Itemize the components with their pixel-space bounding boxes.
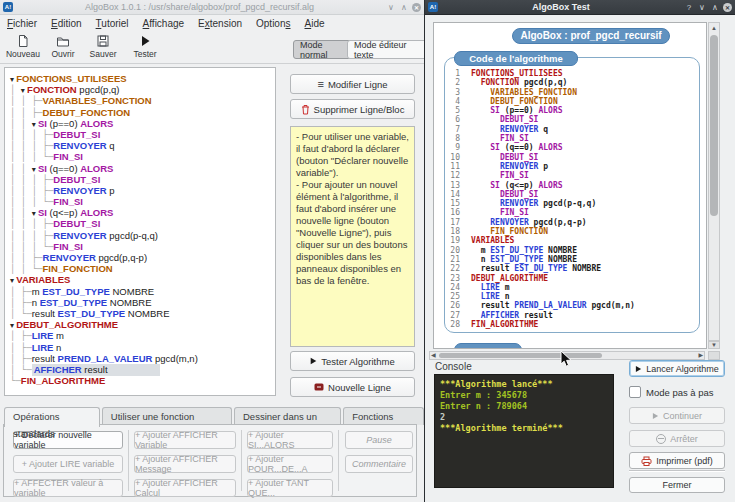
tree-row[interactable]: │ ├─LIRE m xyxy=(10,330,275,341)
run-algorithm-button[interactable]: Lancer Algorithme xyxy=(629,360,725,377)
play-icon xyxy=(653,413,658,419)
code-line: 3 VARIABLES_FONCTION xyxy=(440,88,635,97)
toolbar-open-button[interactable]: Ouvrir xyxy=(44,34,82,59)
algorithm-tree[interactable]: ▾ FONCTIONS_UTILISEES│ ▾ FONCTION pgcd(p… xyxy=(4,67,276,396)
tree-row[interactable]: │ │ ├─VARIABLES_FONCTION xyxy=(10,95,275,106)
test-algorithm-button[interactable]: Tester Algorithme xyxy=(290,351,415,371)
main-titlebar[interactable]: A! AlgoBox 1.0.1 : /usr/share/algobox/pr… xyxy=(0,0,424,15)
pause-button[interactable]: Pause xyxy=(345,431,413,449)
tree-row[interactable]: │ │ │ ├─RENVOYER p xyxy=(10,185,275,196)
code-line: 12 FIN_SI xyxy=(440,171,635,180)
delete-line-button[interactable]: Supprimer Ligne/Bloc xyxy=(290,99,415,119)
tree-row[interactable]: │ └─AFFICHER result xyxy=(10,364,275,375)
tree-row[interactable]: │ │ ▾ SI (q<=p) ALORS xyxy=(10,207,275,218)
add-afficher-variable-button[interactable]: + Ajouter AFFICHER Variable xyxy=(134,431,236,449)
tree-row[interactable]: │ │ │ ├─DEBUT_SI xyxy=(10,218,275,229)
algobox-app-icon: A! xyxy=(428,2,438,12)
add-tant-que-button[interactable]: + Ajouter TANT QUE... xyxy=(247,479,333,497)
tree-row[interactable]: │ └─result EST_DU_TYPE NOMBRE xyxy=(10,308,275,319)
tree-row[interactable]: │ ├─n EST_DU_TYPE NOMBRE xyxy=(10,297,275,308)
vertical-scrollbar[interactable]: ▲ xyxy=(708,22,720,341)
new-line-button[interactable]: Nouvelle Ligne xyxy=(290,377,415,397)
menu-item-options[interactable]: Options xyxy=(256,18,290,29)
menu-item-affichage[interactable]: Affichage xyxy=(143,18,185,29)
close-dialog-button[interactable]: Fermer xyxy=(629,477,725,493)
continue-button[interactable]: Continuer xyxy=(629,407,725,424)
maximize-icon[interactable]: ∧ xyxy=(399,3,409,12)
tree-row[interactable]: │ │ ▾ SI (q==0) ALORS xyxy=(10,163,275,174)
code-line: 24 LIRE m xyxy=(440,283,635,292)
trash-icon xyxy=(301,104,310,115)
algobox-main-window: A! AlgoBox 1.0.1 : /usr/share/algobox/pr… xyxy=(0,0,425,502)
commentaire-button[interactable]: Commentaire xyxy=(345,455,413,473)
modify-line-button[interactable]: ≡ Modifier Ligne xyxy=(290,74,415,94)
tab-fonction-numerique[interactable]: Utiliser une fonction numérique xyxy=(102,407,232,425)
algobox-app-icon: A! xyxy=(3,2,13,12)
tree-row[interactable]: │ ├─LIRE n xyxy=(10,342,275,353)
add-afficher-message-button[interactable]: + Ajouter AFFICHER Message xyxy=(134,455,236,473)
scroll-right-icon[interactable]: ▶ xyxy=(698,352,703,359)
tree-row[interactable]: │ │ │ ├─DEBUT_SI xyxy=(10,174,275,185)
code-line: 26 result PREND_LA_VALEUR pgcd(m,n) xyxy=(440,301,635,310)
tree-row[interactable]: │ │ ▾ SI (p==0) ALORS xyxy=(10,118,275,129)
horizontal-scrollbar-thumb[interactable] xyxy=(439,353,602,358)
add-pour-de-a-button[interactable]: + Ajouter POUR...DE...A xyxy=(247,455,333,473)
minimize-icon[interactable]: ∨ xyxy=(386,3,396,12)
tree-row[interactable]: ▾ FONCTIONS_UTILISEES xyxy=(10,73,275,84)
menu-item-edition[interactable]: Edition xyxy=(51,18,82,29)
toolbar-save-button[interactable]: Sauver xyxy=(84,34,122,59)
menu-item-extension[interactable]: Extension xyxy=(198,18,242,29)
affecter-valeur-button[interactable]: + AFFECTER valeur à variable xyxy=(13,479,123,497)
code-line: 6 DEBUT_SI xyxy=(440,115,635,124)
menu-item-fichier[interactable]: Fichier xyxy=(7,18,37,29)
tree-row[interactable]: │ │ ├─DEBUT_FONCTION xyxy=(10,107,275,118)
mode-editor-label: Mode éditeur texte xyxy=(354,40,421,60)
tree-row[interactable]: └─FIN_ALGORITHME xyxy=(10,375,275,386)
add-afficher-calcul-button[interactable]: + Ajouter AFFICHER Calcul xyxy=(134,479,236,497)
toolbar-save-label: Sauver xyxy=(90,49,117,59)
tree-row[interactable]: │ │ ├─RENVOYER pgcd(p,q-p) xyxy=(10,252,275,263)
scroll-left-icon[interactable]: ◀ xyxy=(431,352,436,359)
test-scroll-view[interactable]: AlgoBox : prof_pgcd_recursif Code de l'a… xyxy=(433,22,707,349)
tree-row[interactable]: │ │ │ └─FIN_SI xyxy=(10,241,275,252)
add-si-alors-button[interactable]: + Ajouter SI...ALORS xyxy=(247,431,333,449)
tree-row[interactable]: │ │ │ ├─RENVOYER q xyxy=(10,140,275,151)
tree-row[interactable]: │ │ │ ├─DEBUT_SI xyxy=(10,129,275,140)
scroll-down-button[interactable]: ▼ xyxy=(708,341,720,349)
tree-row[interactable]: │ │ │ ├─RENVOYER pgcd(p-q,q) xyxy=(10,230,275,241)
stop-button[interactable]: Arrêter xyxy=(629,430,725,447)
tab-fonctions-locales[interactable]: Fonctions locales xyxy=(343,407,424,425)
menu-item-tutoriel[interactable]: Tutoriel xyxy=(96,18,129,29)
tree-row[interactable]: │ │ │ └─FIN_SI xyxy=(10,151,275,162)
tab-dessiner-repere[interactable]: Dessiner dans un repère xyxy=(234,407,341,425)
tab-operations-standards[interactable]: Opérations standards xyxy=(4,407,100,427)
vertical-scrollbar-thumb[interactable] xyxy=(710,35,718,216)
maximize-icon[interactable]: ∧ xyxy=(710,3,720,12)
tree-row[interactable]: │ │ └─FIN_FONCTION xyxy=(10,263,275,274)
mode-editor-button[interactable]: Mode éditeur texte xyxy=(347,40,428,59)
close-icon[interactable]: ✕ xyxy=(723,3,732,12)
tree-row[interactable]: ▾ VARIABLES xyxy=(10,274,275,285)
menu-item-aide[interactable]: Aide xyxy=(305,18,325,29)
print-pdf-button[interactable]: Imprimer (pdf) xyxy=(629,452,725,469)
minimize-icon[interactable]: ∨ xyxy=(697,3,707,12)
tree-row[interactable]: │ ├─result PREND_LA_VALEUR pgcd(m,n) xyxy=(10,353,275,364)
next-section-badge-partial xyxy=(454,343,522,349)
test-titlebar[interactable]: A! AlgoBox Test ? ∨ ∧ ✕ xyxy=(425,0,735,15)
tree-row[interactable]: ▾ DEBUT_ALGORITHME xyxy=(10,319,275,330)
tree-row[interactable]: │ │ │ └─FIN_SI xyxy=(10,196,275,207)
close-icon[interactable]: ✕ xyxy=(412,3,421,12)
toolbar-test-button[interactable]: Tester xyxy=(126,34,164,59)
scroll-up-icon[interactable]: ▲ xyxy=(709,25,719,31)
tree-row[interactable]: │ ▾ FONCTION pgcd(p,q) xyxy=(10,84,275,95)
help-icon[interactable]: ? xyxy=(684,3,694,12)
mode-normal-label: Mode normal xyxy=(300,40,351,60)
algorithm-name-badge: AlgoBox : prof_pgcd_recursif xyxy=(512,28,670,44)
code-line: 2 FONCTION pgcd(p,q) xyxy=(440,78,635,87)
tree-row[interactable]: │ ├─m EST_DU_TYPE NOMBRE xyxy=(10,286,275,297)
add-lire-button[interactable]: + Ajouter LIRE variable xyxy=(13,455,123,473)
step-mode-checkbox[interactable] xyxy=(629,386,641,398)
close-dialog-label: Fermer xyxy=(663,480,692,490)
toolbar-new-button[interactable]: Nouveau xyxy=(4,34,42,59)
code-line: 7 RENVOYER q xyxy=(440,125,635,134)
